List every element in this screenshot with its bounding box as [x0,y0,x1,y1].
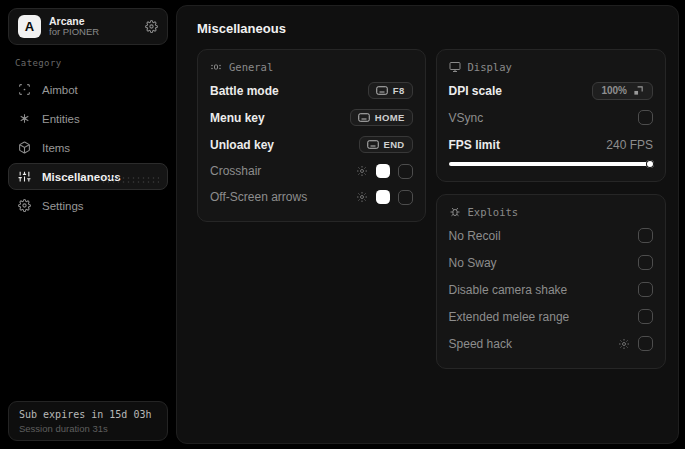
unload-key-label: Unload key [210,138,274,152]
offscreen-arrows-label: Off-Screen arrows [210,190,307,204]
settings-gear-icon[interactable] [145,20,158,33]
fps-slider-fill [449,162,653,166]
dpi-scale-label: DPI scale [449,84,502,98]
sidebar-item-label: Settings [42,200,84,212]
disable-camera-shake-row: Disable camera shake [449,278,653,301]
exploits-header-label: Exploits [468,206,519,218]
exploits-panel: Exploits No Recoil No Sway Disable camer… [436,194,666,369]
dpi-scale-value: 100% [601,85,627,96]
exploits-panel-header: Exploits [449,206,653,218]
vsync-row: VSync [449,106,653,129]
disable-camera-shake-label: Disable camera shake [449,283,568,297]
speed-hack-checkbox[interactable] [638,336,653,351]
offscreen-arrows-color-swatch[interactable] [376,190,390,204]
app-subtitle: for PIONER [49,27,137,38]
menu-key-keybind[interactable]: HOME [350,109,413,126]
display-panel: Display DPI scale 100% VSync [436,49,666,182]
fps-limit-label: FPS limit [449,138,500,152]
unload-key-keybind[interactable]: END [359,136,413,153]
offscreen-arrows-gear-icon[interactable] [356,191,368,203]
bug-icon [449,206,461,218]
sliders-icon [18,170,31,183]
unload-key-row: Unload key END [210,133,413,156]
sidebar-item-label: Entities [42,113,80,125]
speed-hack-gear-icon[interactable] [618,338,630,350]
no-recoil-label: No Recoil [449,229,501,243]
page-title: Miscellaneous [197,21,666,36]
monitor-icon [449,61,461,73]
crosshair-color-swatch[interactable] [376,164,390,178]
keyboard-icon [358,113,370,122]
package-icon [18,141,31,154]
fps-limit-row: FPS limit 240 FPS [449,133,653,156]
sidebar-item-entities[interactable]: Entities [8,105,168,132]
fps-slider-knob[interactable] [646,160,654,168]
crosshair-label: Crosshair [210,164,261,178]
speed-hack-label: Speed hack [449,337,512,351]
keyboard-icon [367,140,379,149]
category-label: Category [15,58,168,68]
keyboard-icon [376,86,388,95]
no-recoil-row: No Recoil [449,224,653,247]
keyboard-grid-icon [210,61,222,73]
crosshair-gear-icon[interactable] [356,165,368,177]
crosshair-checkbox[interactable] [398,164,413,179]
app-logo: A [18,15,41,38]
brand-card: A Arcane for PIONER [8,8,168,45]
subscription-info-card: Sub expires in 15d 03h Session duration … [8,401,168,441]
battle-mode-row: Battle mode F8 [210,79,413,102]
crosshair-row: Crosshair [210,160,413,182]
general-panel: General Battle mode F8 Menu key [197,49,426,222]
dpi-scale-select[interactable]: 100% [592,82,653,100]
sidebar: A Arcane for PIONER Category Aimbot Enti… [0,0,176,449]
scan-icon [18,83,31,96]
resize-scale-icon [633,85,644,96]
dpi-scale-row: DPI scale 100% [449,79,653,102]
menu-key-label: Menu key [210,111,265,125]
sidebar-item-label: Items [42,142,70,154]
offscreen-arrows-row: Off-Screen arrows [210,186,413,208]
sidebar-item-settings[interactable]: Settings [8,192,168,219]
no-sway-row: No Sway [449,251,653,274]
no-sway-checkbox[interactable] [638,255,653,270]
extended-melee-range-label: Extended melee range [449,310,570,324]
sidebar-item-label: Aimbot [42,84,78,96]
no-recoil-checkbox[interactable] [638,228,653,243]
sidebar-item-miscellaneous[interactable]: Miscellaneous [8,163,168,190]
keybind-value: F8 [393,85,405,96]
display-panel-header: Display [449,61,653,73]
gear-icon [18,199,31,212]
main-content: Miscellaneous General Battle mode [176,5,679,444]
extended-melee-range-checkbox[interactable] [638,309,653,324]
sidebar-item-items[interactable]: Items [8,134,168,161]
vsync-label: VSync [449,111,484,125]
display-header-label: Display [468,61,512,73]
battle-mode-label: Battle mode [210,84,279,98]
sidebar-item-aimbot[interactable]: Aimbot [8,76,168,103]
fps-limit-slider[interactable] [449,160,653,168]
brand-text: Arcane for PIONER [49,15,137,38]
battle-mode-keybind[interactable]: F8 [368,82,413,99]
sub-expires-text: Sub expires in 15d 03h [19,409,157,420]
extended-melee-range-row: Extended melee range [449,305,653,328]
offscreen-arrows-checkbox[interactable] [398,190,413,205]
atom-icon [18,112,31,125]
speed-hack-row: Speed hack [449,332,653,355]
vsync-checkbox[interactable] [638,110,653,125]
no-sway-label: No Sway [449,256,497,270]
menu-key-row: Menu key HOME [210,106,413,129]
active-item-dots-decoration [101,176,159,185]
keybind-value: HOME [375,112,405,123]
general-panel-header: General [210,61,413,73]
fps-limit-value: 240 FPS [606,138,653,152]
disable-camera-shake-checkbox[interactable] [638,282,653,297]
keybind-value: END [384,139,405,150]
session-duration-text: Session duration 31s [19,423,157,434]
sidebar-nav: Aimbot Entities Items Miscellaneous S [8,76,168,219]
general-header-label: General [229,61,273,73]
